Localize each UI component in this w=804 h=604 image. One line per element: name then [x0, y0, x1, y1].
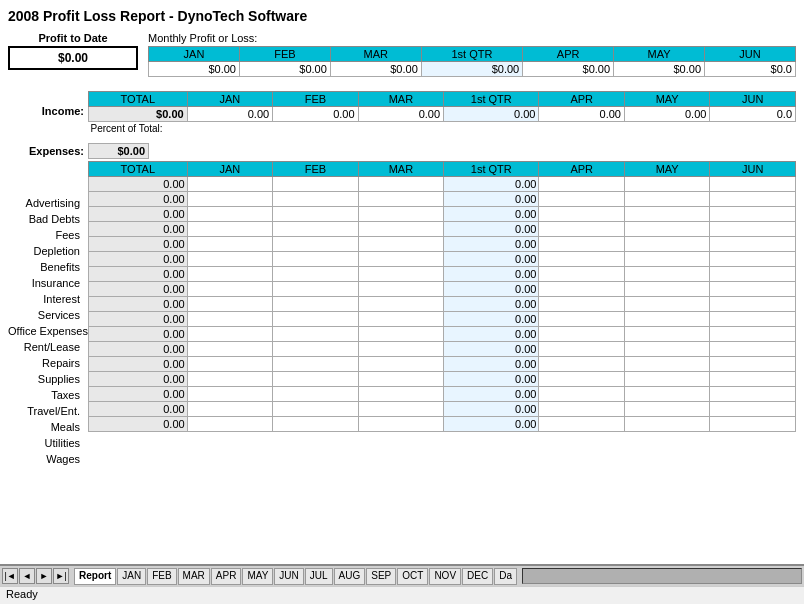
header-jan: JAN — [149, 47, 240, 62]
expense-row: 0.000.00 — [89, 267, 796, 282]
sheet-tab[interactable]: AUG — [334, 568, 366, 585]
income-mar-header: MAR — [358, 92, 443, 107]
income-mar: 0.00 — [358, 107, 443, 122]
expense-total-cell: 0.00 — [89, 417, 188, 432]
expense-total-cell: 0.00 — [89, 252, 188, 267]
sheet-tab[interactable]: MAR — [178, 568, 210, 585]
expense-label: Depletion — [8, 243, 84, 259]
sheet-tab[interactable]: MAY — [242, 568, 273, 585]
expense-total-cell: 0.00 — [89, 192, 188, 207]
profit-to-date-label: Profit to Date — [8, 32, 138, 44]
expense-row: 0.000.00 — [89, 372, 796, 387]
exp-total-header: TOTAL — [89, 162, 188, 177]
sheet-tab[interactable]: OCT — [397, 568, 428, 585]
expense-label: Office Expenses — [8, 323, 84, 339]
income-jan-header: JAN — [187, 92, 272, 107]
first-sheet-btn[interactable]: |◄ — [2, 568, 18, 584]
income-jan: 0.00 — [187, 107, 272, 122]
scroll-indicator[interactable] — [522, 568, 802, 584]
status-text: Ready — [6, 588, 38, 600]
exp-may-header: MAY — [624, 162, 709, 177]
last-sheet-btn[interactable]: ►| — [53, 568, 69, 584]
income-total: $0.00 — [89, 107, 188, 122]
income-total-header: TOTAL — [89, 92, 188, 107]
top-qtr1: $0.00 — [421, 62, 522, 77]
income-jun: 0.0 — [710, 107, 796, 122]
expense-row: 0.000.00 — [89, 387, 796, 402]
sheet-tab[interactable]: JAN — [117, 568, 146, 585]
report-title: 2008 Profit Loss Report - DynoTech Softw… — [8, 8, 796, 24]
expense-total-cell: 0.00 — [89, 342, 188, 357]
top-jun: $0.0 — [705, 62, 796, 77]
sheet-tab[interactable]: JUN — [274, 568, 303, 585]
sheet-tab[interactable]: JUL — [305, 568, 333, 585]
expenses-label: Expenses: — [29, 145, 84, 157]
bottom-tabs: |◄ ◄ ► ►| ReportJANFEBMARAPRMAYJUNJULAUG… — [0, 564, 804, 586]
expense-row: 0.000.00 — [89, 177, 796, 192]
exp-apr-header: APR — [539, 162, 624, 177]
exp-mar-header: MAR — [358, 162, 443, 177]
expense-total-cell: 0.00 — [89, 237, 188, 252]
sheet-tab[interactable]: APR — [211, 568, 242, 585]
percent-of-total: Percent of Total: — [89, 122, 796, 136]
top-feb: $0.00 — [239, 62, 330, 77]
sheet-tab[interactable]: SEP — [366, 568, 396, 585]
expense-label: Interest — [8, 291, 84, 307]
expense-label: Insurance — [8, 275, 84, 291]
expense-total-cell: 0.00 — [89, 267, 188, 282]
expense-label: Travel/Ent. — [8, 403, 84, 419]
top-mar: $0.00 — [330, 62, 421, 77]
expense-total-cell: 0.00 — [89, 207, 188, 222]
top-apr: $0.00 — [523, 62, 614, 77]
expense-total-cell: 0.00 — [89, 357, 188, 372]
expense-row: 0.000.00 — [89, 207, 796, 222]
expense-row: 0.000.00 — [89, 357, 796, 372]
exp-qtr1-header: 1st QTR — [444, 162, 539, 177]
header-mar: MAR — [330, 47, 421, 62]
expense-row: 0.000.00 — [89, 297, 796, 312]
expense-label: Repairs — [8, 355, 84, 371]
expense-row: 0.000.00 — [89, 402, 796, 417]
sheet-tab[interactable]: FEB — [147, 568, 176, 585]
expense-row: 0.000.00 — [89, 222, 796, 237]
expense-total-cell: 0.00 — [89, 282, 188, 297]
sheet-navigation[interactable]: |◄ ◄ ► ►| — [2, 568, 69, 584]
income-apr: 0.00 — [539, 107, 624, 122]
sheet-tabs: ReportJANFEBMARAPRMAYJUNJULAUGSEPOCTNOVD… — [74, 568, 517, 585]
expense-label: Supplies — [8, 371, 84, 387]
income-qtr1: 0.00 — [444, 107, 539, 122]
expense-row: 0.000.00 — [89, 252, 796, 267]
prev-sheet-btn[interactable]: ◄ — [19, 568, 35, 584]
header-jun: JUN — [705, 47, 796, 62]
expense-row: 0.000.00 — [89, 417, 796, 432]
expense-row: 0.000.00 — [89, 327, 796, 342]
expense-label: Wages — [8, 451, 84, 467]
expense-label: Utilities — [8, 435, 84, 451]
top-may: $0.00 — [614, 62, 705, 77]
exp-feb-header: FEB — [273, 162, 358, 177]
expense-total-cell: 0.00 — [89, 327, 188, 342]
expense-label: Fees — [8, 227, 84, 243]
expense-total-cell: 0.00 — [89, 177, 188, 192]
header-qtr1: 1st QTR — [421, 47, 522, 62]
expense-total-cell: 0.00 — [89, 402, 188, 417]
next-sheet-btn[interactable]: ► — [36, 568, 52, 584]
sheet-tab[interactable]: NOV — [429, 568, 461, 585]
sheet-tab[interactable]: DEC — [462, 568, 493, 585]
header-apr: APR — [523, 47, 614, 62]
main-content: 2008 Profit Loss Report - DynoTech Softw… — [0, 0, 804, 564]
header-may: MAY — [614, 47, 705, 62]
header-feb: FEB — [239, 47, 330, 62]
income-jun-header: JUN — [710, 92, 796, 107]
profit-value: $0.00 — [58, 51, 88, 65]
expense-row: 0.000.00 — [89, 282, 796, 297]
sheet-tab[interactable]: Report — [74, 568, 116, 585]
exp-jun-header: JUN — [710, 162, 796, 177]
expenses-total: $0.00 — [89, 144, 149, 159]
income-feb: 0.00 — [273, 107, 358, 122]
expense-row: 0.000.00 — [89, 342, 796, 357]
expense-label: Rent/Lease — [8, 339, 84, 355]
sheet-tab[interactable]: Da — [494, 568, 517, 585]
expenses-table: TOTAL JAN FEB MAR 1st QTR APR MAY JUN 0.… — [88, 161, 796, 432]
status-bar: Ready — [0, 586, 804, 604]
